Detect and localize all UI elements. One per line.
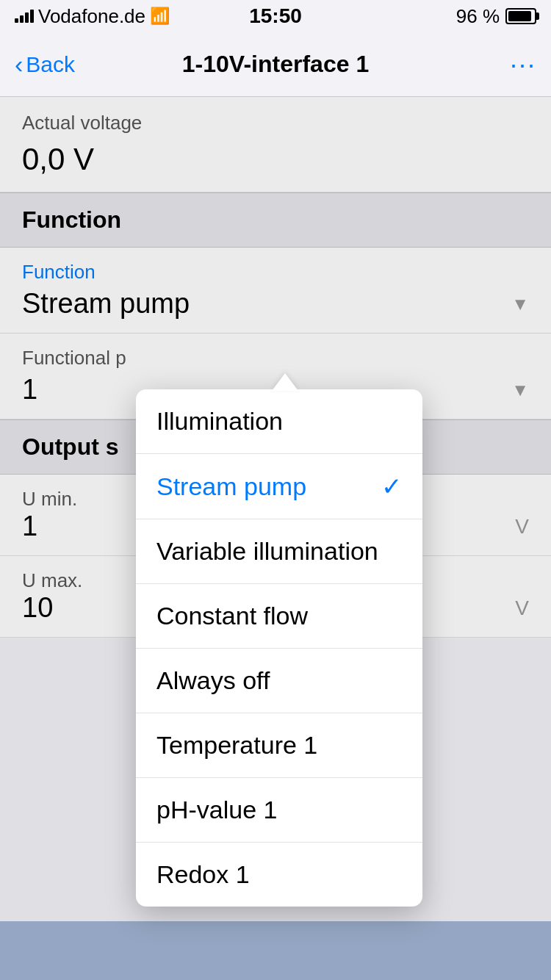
page-title: 1-10V-interface 1 — [182, 51, 369, 78]
dropdown-item-ph-value-1[interactable]: pH-value 1 — [136, 778, 422, 843]
dropdown-item-temperature-1[interactable]: Temperature 1 — [136, 713, 422, 778]
dropdown-menu[interactable]: IlluminationStream pump✓Variable illumin… — [136, 389, 422, 907]
dropdown-item-label-redox-1: Redox 1 — [156, 860, 250, 889]
dropdown-item-illumination[interactable]: Illumination — [136, 389, 422, 454]
dropdown-item-label-temperature-1: Temperature 1 — [156, 731, 317, 760]
battery-percent: 96 % — [456, 5, 500, 28]
dropdown-item-stream-pump[interactable]: Stream pump✓ — [136, 454, 422, 519]
dropdown-item-label-always-off: Always off — [156, 666, 270, 695]
status-left: Vodafone.de 📶 — [15, 5, 170, 28]
wifi-icon: 📶 — [150, 7, 170, 26]
dropdown-item-always-off[interactable]: Always off — [136, 649, 422, 713]
dropdown-item-label-stream-pump: Stream pump — [156, 472, 306, 501]
dropdown-item-check-stream-pump: ✓ — [381, 472, 402, 501]
signal-icon — [15, 10, 34, 23]
back-chevron-icon: ‹ — [15, 50, 23, 79]
status-time: 15:50 — [249, 4, 302, 28]
dropdown-item-constant-flow[interactable]: Constant flow — [136, 584, 422, 649]
dropdown-item-variable-illumination[interactable]: Variable illumination — [136, 519, 422, 584]
dropdown-item-label-ph-value-1: pH-value 1 — [156, 796, 277, 824]
back-button[interactable]: ‹ Back — [15, 50, 75, 79]
status-bar: Vodafone.de 📶 15:50 96 % — [0, 0, 551, 32]
dropdown-pointer — [272, 373, 298, 391]
carrier-name: Vodafone.de — [38, 5, 145, 28]
more-button[interactable]: ··· — [510, 49, 536, 80]
dropdown-item-label-variable-illumination: Variable illumination — [156, 537, 378, 566]
status-right: 96 % — [456, 5, 536, 28]
back-label: Back — [26, 52, 75, 77]
dropdown-item-redox-1[interactable]: Redox 1 — [136, 843, 422, 907]
battery-icon — [505, 8, 536, 24]
nav-bar: ‹ Back 1-10V-interface 1 ··· — [0, 32, 551, 97]
dropdown-item-label-illumination: Illumination — [156, 407, 283, 436]
dropdown-item-label-constant-flow: Constant flow — [156, 602, 308, 630]
